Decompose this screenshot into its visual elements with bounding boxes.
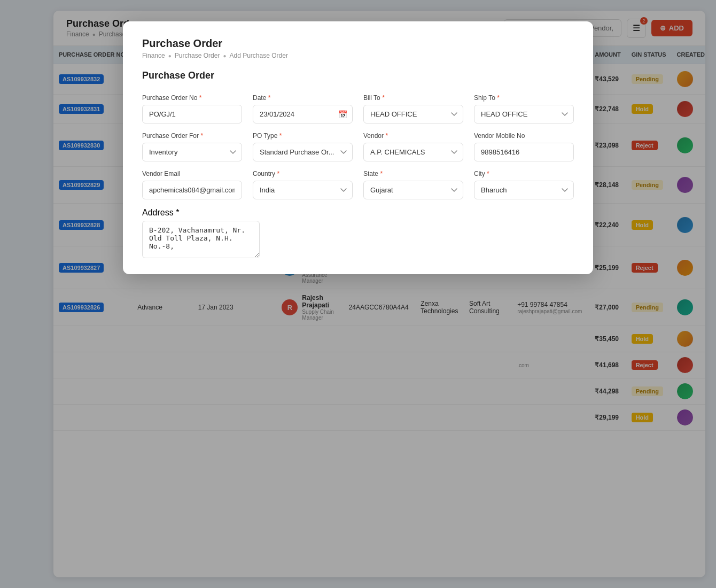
vendor-label: Vendor * bbox=[363, 132, 463, 140]
address-label: Address * bbox=[142, 208, 260, 218]
vendor-mobile-input[interactable] bbox=[474, 143, 574, 161]
po-no-label: Purchase Order No * bbox=[142, 94, 242, 102]
ship-to-select[interactable]: HEAD OFFICE Branch 1 bbox=[474, 105, 574, 123]
country-group: Country * India USA bbox=[253, 170, 353, 199]
bill-to-select[interactable]: HEAD OFFICE Branch 1 bbox=[363, 105, 463, 123]
modal-breadcrumb-po: Purchase Order bbox=[175, 52, 220, 59]
address-textarea[interactable]: B-202, Vachanamrut, Nr. Old Toll Plaza, … bbox=[142, 221, 260, 258]
form-address-section: Address * B-202, Vachanamrut, Nr. Old To… bbox=[142, 208, 574, 258]
po-no-required: * bbox=[199, 94, 202, 102]
vendor-select[interactable]: A.P. CHEMICALS Maulik Patel bbox=[363, 143, 463, 161]
po-type-group: PO Type * Standard Purchase Or... Blanke… bbox=[253, 132, 353, 161]
city-group: City * Bharuch Surat bbox=[474, 170, 574, 199]
bill-to-required: * bbox=[382, 94, 385, 102]
po-for-select[interactable]: Inventory Assets bbox=[142, 143, 242, 161]
state-select[interactable]: Gujarat Maharashtra bbox=[363, 181, 463, 199]
state-group: State * Gujarat Maharashtra bbox=[363, 170, 463, 199]
address-required: * bbox=[176, 208, 179, 217]
po-for-required: * bbox=[200, 132, 203, 140]
modal-overlay: Purchase Order Finance ● Purchase Order … bbox=[0, 0, 716, 588]
vendor-mobile-label: Vendor Mobile No bbox=[474, 132, 574, 140]
add-purchase-order-modal: Purchase Order Finance ● Purchase Order … bbox=[123, 21, 593, 274]
country-select[interactable]: India USA bbox=[253, 181, 353, 199]
date-input[interactable] bbox=[253, 105, 353, 123]
po-no-input[interactable] bbox=[142, 105, 242, 123]
country-required: * bbox=[277, 170, 279, 177]
po-type-label: PO Type * bbox=[253, 132, 353, 140]
date-label: Date * bbox=[253, 94, 353, 102]
ship-to-group: Ship To * HEAD OFFICE Branch 1 bbox=[474, 94, 574, 123]
date-input-wrapper: 📅 bbox=[253, 105, 353, 123]
vendor-group: Vendor * A.P. CHEMICALS Maulik Patel bbox=[363, 132, 463, 161]
form-title: Purchase Order bbox=[142, 70, 574, 81]
po-for-label: Purchase Order For * bbox=[142, 132, 242, 140]
country-label: Country * bbox=[253, 170, 353, 177]
form-grid-row3: Vendor Email Country * India USA State * bbox=[142, 170, 574, 199]
po-type-select[interactable]: Standard Purchase Or... Blanket Purchase… bbox=[253, 143, 353, 161]
bill-to-group: Bill To * HEAD OFFICE Branch 1 bbox=[363, 94, 463, 123]
modal-breadcrumb-finance: Finance bbox=[142, 52, 165, 59]
modal-title: Purchase Order bbox=[142, 37, 574, 50]
city-label: City * bbox=[474, 170, 574, 177]
vendor-email-group: Vendor Email bbox=[142, 170, 242, 199]
po-for-group: Purchase Order For * Inventory Assets bbox=[142, 132, 242, 161]
modal-dot-1: ● bbox=[168, 53, 172, 59]
po-type-required: * bbox=[279, 132, 282, 140]
vendor-mobile-group: Vendor Mobile No bbox=[474, 132, 574, 161]
date-required: * bbox=[268, 94, 271, 102]
address-group: Address * B-202, Vachanamrut, Nr. Old To… bbox=[142, 208, 260, 258]
vendor-email-input[interactable] bbox=[142, 181, 242, 199]
state-label: State * bbox=[363, 170, 463, 177]
vendor-required: * bbox=[385, 132, 388, 140]
vendor-email-label: Vendor Email bbox=[142, 170, 242, 177]
date-group: Date * 📅 bbox=[253, 94, 353, 123]
state-required: * bbox=[380, 170, 383, 177]
modal-header: Purchase Order Finance ● Purchase Order … bbox=[142, 37, 574, 59]
ship-to-required: * bbox=[497, 94, 500, 102]
form-grid-row1: Purchase Order No * Date * 📅 bbox=[142, 94, 574, 123]
calendar-icon[interactable]: 📅 bbox=[338, 110, 347, 119]
modal-breadcrumb: Finance ● Purchase Order ● Add Purchase … bbox=[142, 52, 574, 59]
modal-dot-2: ● bbox=[223, 53, 226, 59]
city-required: * bbox=[487, 170, 489, 177]
bill-to-label: Bill To * bbox=[363, 94, 463, 102]
form-title-section: Purchase Order bbox=[142, 70, 574, 81]
po-no-group: Purchase Order No * bbox=[142, 94, 242, 123]
form-grid-row2: Purchase Order For * Inventory Assets PO… bbox=[142, 132, 574, 161]
ship-to-label: Ship To * bbox=[474, 94, 574, 102]
modal-breadcrumb-add: Add Purchase Order bbox=[230, 52, 288, 59]
city-select[interactable]: Bharuch Surat bbox=[474, 181, 574, 199]
